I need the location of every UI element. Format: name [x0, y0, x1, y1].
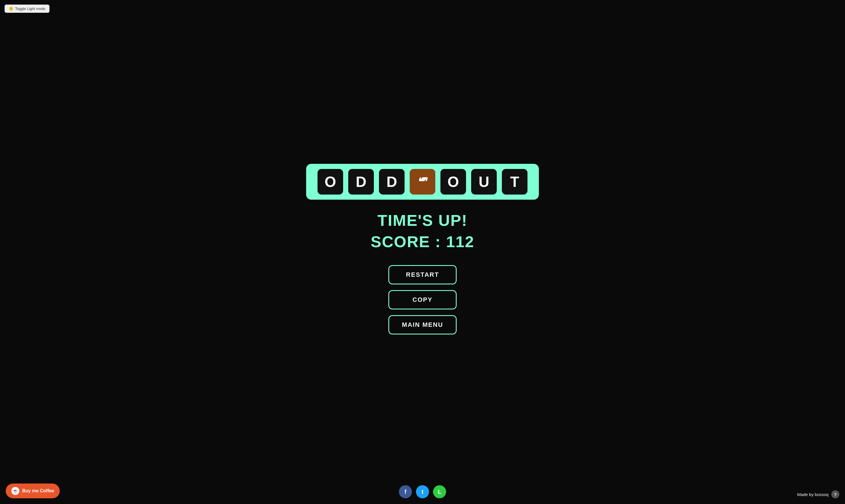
score-text: SCORE : 112 — [371, 232, 474, 251]
logo-letter-u: U — [471, 169, 497, 195]
toggle-label: Toggle Light mode — [15, 6, 45, 11]
help-icon[interactable]: ? — [831, 490, 839, 498]
logo-letter-d2: D — [379, 169, 404, 195]
logo-letter-o1: O — [318, 169, 343, 195]
logo-letter-o2: O — [441, 169, 466, 195]
restart-button[interactable]: RESTART — [388, 265, 457, 284]
main-content: TIME'S UP! SCORE : 112 RESTART COPY MAIN… — [371, 211, 474, 340]
logo-letter-t: T — [502, 169, 527, 195]
made-by-label: Made by bossoq — [797, 492, 828, 497]
buy-coffee-button[interactable]: ☕ Buy me Coffee — [6, 484, 60, 498]
made-by: Made by bossoq ? — [797, 490, 839, 498]
main-menu-button[interactable]: MAIN MENU — [388, 315, 457, 335]
line-icon[interactable]: L — [433, 485, 446, 498]
social-icons: f t L — [399, 485, 446, 498]
coffee-icon: ☕ — [12, 487, 19, 495]
logo-letter-highlight: ❝❞ — [410, 169, 435, 195]
twitter-icon[interactable]: t — [416, 485, 429, 498]
facebook-icon[interactable]: f — [399, 485, 412, 498]
logo-bar: O D D ❝❞ O U T — [306, 164, 539, 200]
toggle-emoji-icon: 🙂 — [9, 6, 13, 11]
toggle-light-mode-button[interactable]: 🙂 Toggle Light mode — [4, 4, 50, 13]
quotation-icon: ❝❞ — [418, 176, 427, 188]
buy-coffee-label: Buy me Coffee — [22, 488, 54, 493]
times-up-text: TIME'S UP! — [378, 211, 467, 230]
logo-letter-d1: D — [348, 169, 374, 195]
copy-button[interactable]: COPY — [388, 290, 457, 309]
